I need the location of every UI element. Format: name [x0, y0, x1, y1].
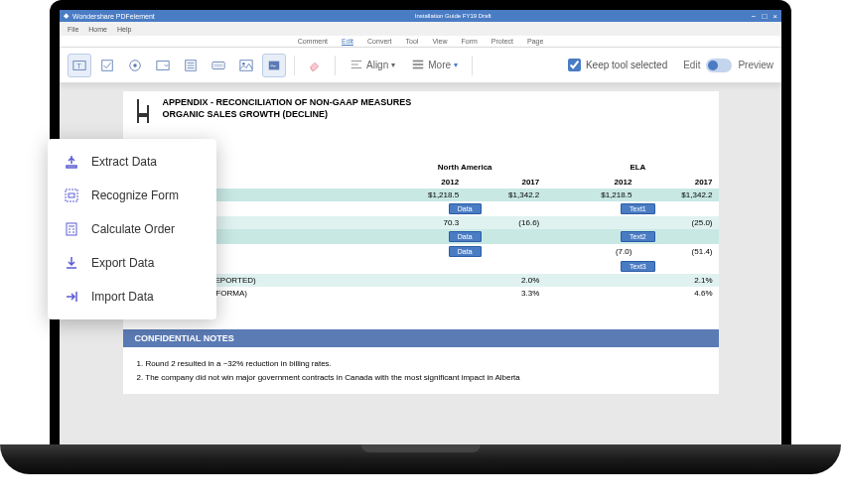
keep-tool-checkbox[interactable]: Keep tool selected [568, 59, 667, 71]
chevron-down-icon: ▾ [391, 61, 395, 69]
doc-title-2: ORGANIC SALES GROWTH (DECLINE) [163, 109, 412, 119]
tab-form[interactable]: Form [461, 38, 477, 45]
region-na: North America [384, 161, 545, 176]
close-button[interactable]: × [772, 12, 777, 21]
menu-extract-data[interactable]: Extract Data [48, 145, 216, 179]
titlebar: ◆ Wondershare PDFelement Installation Gu… [60, 10, 781, 22]
edit-preview-toggle[interactable] [706, 59, 732, 72]
tab-protect[interactable]: Protect [491, 38, 513, 45]
confidential-header: CONFIDENTIAL NOTES [123, 329, 719, 347]
menu-import-data[interactable]: Import Data [48, 280, 216, 314]
listbox-tool[interactable] [179, 54, 203, 77]
toolbar: T Align ▾ More ▾ [60, 48, 781, 83]
menu-export-data[interactable]: Export Data [48, 246, 216, 280]
form-field-text2[interactable]: Text2 [621, 231, 655, 242]
align-icon [350, 58, 363, 73]
svg-text:T: T [76, 62, 81, 68]
svg-rect-14 [269, 61, 280, 69]
checkbox-tool[interactable] [95, 54, 119, 77]
svg-rect-22 [69, 193, 74, 197]
app-name: Wondershare PDFelement [72, 13, 155, 20]
menu-calculate-order[interactable]: Calculate Order [48, 212, 216, 246]
more-button[interactable]: More ▾ [405, 58, 464, 73]
svg-rect-23 [67, 223, 76, 235]
form-field-text3[interactable]: Text3 [621, 261, 655, 272]
minimize-button[interactable]: − [752, 12, 757, 21]
svg-point-13 [242, 62, 245, 64]
align-button[interactable]: Align ▾ [344, 58, 401, 73]
laptop-base [0, 444, 841, 474]
radio-tool[interactable] [123, 54, 147, 77]
form-field-text1[interactable]: Text1 [621, 203, 655, 214]
dropdown-tool[interactable] [151, 54, 175, 77]
note-1: 1. Round 2 resulted in a ~32% reduction … [137, 357, 705, 371]
chevron-down-icon: ▾ [454, 61, 458, 69]
chair-icon [133, 97, 153, 125]
tab-page[interactable]: Page [527, 38, 543, 45]
preview-mode-label: Preview [738, 60, 773, 70]
form-field-data[interactable]: Data [449, 246, 482, 257]
form-field-data[interactable]: Data [449, 231, 482, 242]
tab-view[interactable]: View [432, 38, 447, 45]
tab-edit[interactable]: Edit [342, 38, 353, 46]
menu-file[interactable]: File [68, 26, 78, 33]
svg-rect-2 [102, 60, 113, 70]
menu-help[interactable]: Help [117, 26, 131, 33]
document-title: Installation Guide FY19 Draft [415, 13, 491, 19]
maximize-button[interactable]: □ [762, 12, 767, 21]
tab-comment[interactable]: Comment [298, 38, 328, 45]
menu-icon [411, 58, 425, 73]
image-tool[interactable] [234, 54, 258, 77]
menu-recognize-form[interactable]: Recognize Form [48, 179, 216, 212]
ribbon-tabs: Comment Edit Convert Tool View Form Prot… [60, 36, 781, 48]
export-icon [64, 255, 79, 271]
form-field-data[interactable]: Data [449, 203, 482, 214]
app-logo-icon: ◆ [64, 12, 69, 20]
svg-rect-21 [66, 189, 77, 201]
import-icon [64, 289, 79, 305]
region-ela: ELA [557, 161, 718, 176]
menubar: File Home Help [60, 22, 781, 36]
doc-title-1: APPENDIX - RECONCILIATION OF NON-GAAP ME… [163, 97, 412, 107]
signature-tool[interactable] [262, 54, 286, 77]
edit-mode-label: Edit [683, 60, 700, 70]
recognize-icon [64, 188, 79, 203]
button-tool[interactable] [207, 54, 230, 77]
text-field-tool[interactable]: T [68, 54, 91, 77]
note-2: 2. The company did not win major governm… [137, 371, 705, 385]
keep-tool-input[interactable] [568, 59, 581, 71]
menu-home[interactable]: Home [88, 26, 107, 33]
calculate-icon [64, 221, 79, 237]
svg-point-4 [133, 63, 137, 67]
tab-tool[interactable]: Tool [406, 38, 419, 45]
svg-rect-11 [214, 63, 223, 67]
extract-icon [64, 154, 79, 170]
tab-convert[interactable]: Convert [367, 38, 392, 45]
eraser-tool[interactable] [303, 54, 327, 77]
form-context-menu: Extract Data Recognize Form Calculate Or… [48, 139, 216, 319]
